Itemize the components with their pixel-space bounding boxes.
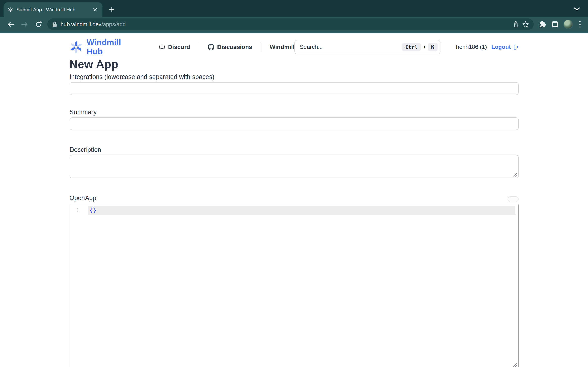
kbd-ctrl: Ctrl [402,43,421,51]
integrations-input[interactable] [70,82,519,95]
page-title: New App [70,58,519,71]
nav-windmill[interactable]: Windmill [270,44,294,50]
main-nav: Discord Discussions Windmill [159,42,294,52]
profile-avatar[interactable] [563,20,573,29]
editor-code-line[interactable]: {} [90,206,97,215]
kbd-k: K [428,43,438,51]
github-discussions-icon [208,44,215,50]
kbd-plus: + [423,44,426,50]
field-group-openapp: OpenApp 1 {} [70,194,519,367]
forward-button[interactable] [18,18,31,31]
nav-discord-label: Discord [168,44,190,50]
side-panel-icon[interactable] [552,21,558,27]
field-group-summary: Summary [70,108,519,130]
user-area: henri186 (1) Logout [456,44,519,50]
field-group-integrations: Integrations (lowercase and separated wi… [70,73,519,95]
editor-toggle[interactable] [508,196,519,202]
brand-link[interactable]: Windmill Hub [70,38,137,56]
integrations-label: Integrations (lowercase and separated wi… [70,73,519,81]
browser-toolbar: hub.windmill.dev/apps/add [0,17,588,33]
description-textarea[interactable] [70,155,519,178]
tab-title: Submit App | Windmill Hub [16,7,89,13]
openapp-code-editor[interactable]: 1 {} [70,204,519,367]
logout-link[interactable]: Logout [491,44,519,50]
nav-discord[interactable]: Discord [159,44,190,50]
tab-search-chevron-icon[interactable] [572,5,581,14]
summary-label: Summary [70,108,519,116]
nav-discussions[interactable]: Discussions [208,44,252,50]
nav-divider [261,42,261,52]
editor-line-number: 1 [70,206,79,215]
openapp-label: OpenApp [70,194,96,202]
url-bar[interactable]: hub.windmill.dev/apps/add [48,18,534,30]
brand-name: Windmill Hub [87,38,137,56]
windmill-logo-icon [70,40,83,54]
tab-active[interactable]: Submit App | Windmill Hub [4,2,102,17]
logout-label: Logout [491,44,511,50]
new-tab-button[interactable] [106,4,117,15]
nav-divider [199,42,199,52]
nav-discussions-label: Discussions [217,44,252,50]
browser-chrome: Submit App | Windmill Hub [0,0,588,33]
nav-windmill-label: Windmill [270,44,294,50]
editor-current-line-highlight [88,206,515,215]
discord-icon [159,44,165,50]
extensions-puzzle-icon[interactable] [539,21,546,28]
site-header: Windmill Hub Discord [70,33,519,54]
lock-icon[interactable] [52,21,57,27]
url-text: hub.windmill.dev/apps/add [61,21,126,28]
share-icon[interactable] [513,21,519,28]
logout-icon [513,44,519,50]
bookmark-star-icon[interactable] [522,21,529,28]
editor-resize-handle-icon[interactable] [512,362,517,367]
back-button[interactable] [5,18,17,31]
page: Windmill Hub Discord [0,33,588,365]
field-group-description: Description [70,146,519,178]
tab-close-icon[interactable] [92,6,99,13]
username: henri186 (1) [456,44,487,50]
tab-bar: Submit App | Windmill Hub [0,0,588,17]
windmill-favicon [7,7,14,13]
summary-input[interactable] [70,117,519,130]
description-label: Description [70,146,519,153]
resize-handle-icon[interactable] [512,172,518,177]
reload-button[interactable] [32,18,45,31]
browser-menu-icon[interactable] [578,20,582,29]
search-box: Ctrl + K [294,40,440,54]
